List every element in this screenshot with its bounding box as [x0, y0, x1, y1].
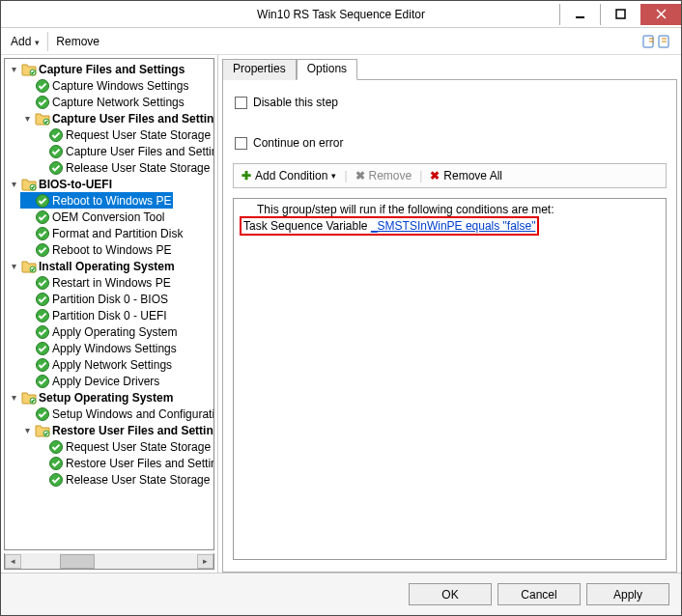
tab-options[interactable]: Options — [297, 59, 357, 80]
tree-step[interactable]: Restore User Files and Settings — [34, 455, 213, 471]
tree-step[interactable]: Capture User Files and Settings — [34, 143, 213, 159]
tree-item-label: BIOS-to-UEFI — [39, 178, 112, 191]
tree-item-label: Capture Files and Settings — [39, 63, 185, 76]
folder-check-icon — [21, 177, 37, 192]
tree-step[interactable]: Apply Device Drivers — [20, 373, 161, 389]
add-dropdown[interactable]: Add — [5, 33, 45, 50]
disable-step-checkbox[interactable] — [235, 97, 247, 109]
tree-group[interactable]: ▾BIOS-to-UEFI — [7, 176, 114, 192]
tree-step[interactable]: Restart in Windows PE — [20, 274, 173, 291]
expand-toggle-icon[interactable]: ▾ — [22, 113, 33, 124]
tree-group[interactable]: ▾Setup Operating System — [7, 389, 175, 406]
condition-type: Task Sequence Variable — [243, 219, 368, 233]
view-icon-2[interactable] — [658, 34, 673, 49]
left-pane: ▾Capture Files and SettingsCapture Windo… — [1, 55, 218, 573]
tree-item-label: Apply Network Settings — [52, 358, 172, 372]
check-circle-icon — [48, 472, 64, 488]
tree-step[interactable]: OEM Conversion Tool — [20, 209, 167, 225]
tree-step[interactable]: Apply Operating System — [20, 323, 179, 340]
close-button[interactable] — [640, 4, 681, 25]
tree-item-label: Install Operating System — [39, 260, 175, 273]
check-circle-icon — [35, 210, 50, 225]
tree-step[interactable]: Request User State Storage — [34, 126, 213, 143]
tree-group[interactable]: ▾Capture Files and Settings — [7, 61, 186, 77]
check-circle-icon — [35, 78, 50, 94]
remove-all-conditions-button[interactable]: ✖Remove All — [426, 167, 506, 184]
continue-on-error-label: Continue on error — [253, 136, 343, 150]
remove-button[interactable]: Remove — [50, 33, 105, 50]
expand-toggle-icon[interactable]: ▾ — [9, 179, 19, 189]
apply-button[interactable]: Apply — [586, 583, 669, 605]
tree-step[interactable]: Request User State Storage — [34, 438, 213, 455]
tree-step[interactable]: Release User State Storage — [34, 159, 212, 176]
tree-step[interactable]: Apply Windows Settings — [20, 340, 179, 356]
tree-item-label: Partition Disk 0 - BIOS — [52, 293, 168, 306]
horizontal-scrollbar[interactable]: ◂ ▸ — [4, 553, 214, 570]
tree-item-label: Capture Network Settings — [52, 96, 185, 109]
tree-item-label: Request User State Storage — [66, 128, 211, 142]
tree-item-label: Restore User Files and Settin — [52, 424, 213, 437]
folder-check-icon — [35, 111, 50, 126]
tree-item-label: OEM Conversion Tool — [52, 210, 165, 224]
expand-toggle-icon[interactable]: ▾ — [9, 261, 19, 271]
task-sequence-tree[interactable]: ▾Capture Files and SettingsCapture Windo… — [4, 58, 214, 550]
maximize-button[interactable] — [600, 4, 640, 25]
conditions-header: This group/step will run if the followin… — [240, 203, 660, 216]
folder-check-icon — [35, 423, 50, 438]
tree-step[interactable]: Setup Windows and Configuration — [20, 406, 213, 422]
remove-condition-button[interactable]: ✖Remove — [352, 167, 416, 184]
tab-properties[interactable]: Properties — [222, 59, 297, 80]
tree-item-label: Reboot to Windows PE — [52, 194, 171, 208]
tree-item-label: Release User State Storage — [66, 161, 210, 175]
condition-toolbar: ✚Add Condition ▾ | ✖Remove | ✖Remove All — [233, 163, 667, 188]
tree-item-label: Restore User Files and Settings — [66, 457, 213, 470]
view-icon-1[interactable] — [642, 34, 658, 49]
expand-toggle-icon[interactable]: ▾ — [22, 425, 33, 435]
condition-link[interactable]: _SMSTSInWinPE equals "false" — [371, 219, 536, 233]
check-circle-icon — [48, 127, 64, 143]
dialog-footer: OK Cancel Apply — [1, 573, 681, 615]
scroll-left-arrow[interactable]: ◂ — [5, 554, 21, 569]
tree-step[interactable]: Release User State Storage — [34, 471, 212, 488]
tree-step[interactable]: Apply Network Settings — [20, 356, 174, 373]
scroll-right-arrow[interactable]: ▸ — [197, 554, 213, 569]
tree-item-label: Release User State Storage — [66, 473, 210, 487]
right-pane: Properties Options Disable this step Con… — [218, 55, 681, 573]
check-circle-icon — [35, 275, 50, 291]
main-area: ▾Capture Files and SettingsCapture Windo… — [1, 55, 681, 573]
expand-toggle-icon[interactable]: ▾ — [9, 64, 19, 74]
check-circle-icon — [35, 226, 50, 241]
continue-on-error-checkbox[interactable] — [235, 137, 247, 150]
tree-item-label: Partition Disk 0 - UEFI — [52, 309, 167, 322]
tree-group[interactable]: ▾Install Operating System — [7, 258, 177, 274]
tree-group[interactable]: ▾Restore User Files and Settin — [20, 422, 213, 438]
folder-check-icon — [21, 259, 37, 274]
tree-step[interactable]: Capture Network Settings — [20, 94, 186, 110]
check-circle-icon — [35, 357, 50, 373]
check-circle-icon — [35, 193, 50, 209]
tree-step[interactable]: Format and Partition Disk — [20, 225, 185, 241]
tree-step[interactable]: Reboot to Windows PE — [20, 241, 173, 258]
add-condition-dropdown[interactable]: ✚Add Condition ▾ — [238, 167, 340, 184]
disable-step-label: Disable this step — [253, 96, 338, 109]
scroll-thumb[interactable] — [60, 554, 95, 569]
cancel-button[interactable]: Cancel — [497, 583, 581, 605]
ok-button[interactable]: OK — [409, 583, 492, 605]
tree-item-label: Capture Windows Settings — [52, 79, 188, 93]
tree-item-label: Format and Partition Disk — [52, 227, 183, 240]
condition-row[interactable]: Task Sequence Variable _SMSTSInWinPE equ… — [240, 216, 539, 236]
tree-item-label: Apply Device Drivers — [52, 375, 159, 388]
tree-item-label: Capture User Files and Settin — [52, 112, 213, 126]
tree-step[interactable]: Partition Disk 0 - BIOS — [20, 291, 170, 307]
conditions-list[interactable]: This group/step will run if the followin… — [233, 198, 667, 560]
tree-step[interactable]: Capture Windows Settings — [20, 77, 190, 94]
expand-toggle-icon[interactable]: ▾ — [9, 392, 19, 403]
tree-step[interactable]: Partition Disk 0 - UEFI — [20, 307, 169, 323]
svg-rect-0 — [576, 16, 584, 18]
options-panel: Disable this step Continue on error ✚Add… — [222, 79, 677, 573]
check-circle-icon — [48, 160, 64, 176]
tree-step[interactable]: Reboot to Windows PE — [20, 192, 173, 209]
tree-group[interactable]: ▾Capture User Files and Settin — [20, 110, 213, 126]
check-circle-icon — [35, 406, 50, 422]
minimize-button[interactable] — [559, 4, 600, 25]
